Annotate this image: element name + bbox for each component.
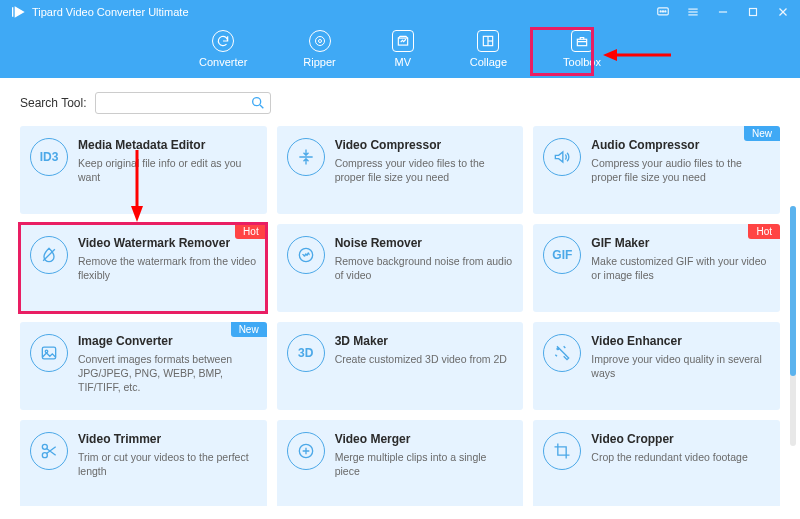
cropper-icon bbox=[543, 432, 581, 470]
badge-new: New bbox=[744, 126, 780, 141]
card-title: Noise Remover bbox=[335, 236, 514, 250]
nav-converter[interactable]: Converter bbox=[199, 30, 247, 68]
card-video-trimmer[interactable]: Video Trimmer Trim or cut your videos to… bbox=[20, 420, 267, 506]
badge-hot: Hot bbox=[748, 224, 780, 239]
card-image-converter[interactable]: New Image Converter Convert images forma… bbox=[20, 322, 267, 410]
nav-label: Collage bbox=[470, 56, 507, 68]
card-video-compressor[interactable]: Video Compressor Compress your video fil… bbox=[277, 126, 524, 214]
card-desc: Create customized 3D video from 2D bbox=[335, 352, 514, 366]
badge-new: New bbox=[231, 322, 267, 337]
search-label: Search Tool: bbox=[20, 96, 87, 110]
nav: Converter Ripper MV Collage Toolbox bbox=[0, 24, 800, 68]
card-desc: Merge multiple clips into a single piece bbox=[335, 450, 514, 478]
watermark-icon bbox=[30, 236, 68, 274]
card-desc: Improve your video quality in several wa… bbox=[591, 352, 770, 380]
badge-hot: Hot bbox=[235, 224, 267, 239]
noise-icon bbox=[287, 236, 325, 274]
card-desc: Compress your video files to the proper … bbox=[335, 156, 514, 184]
card-noise-remover[interactable]: Noise Remover Remove background noise fr… bbox=[277, 224, 524, 312]
minimize-icon[interactable] bbox=[716, 5, 730, 19]
app-logo-icon bbox=[10, 4, 26, 20]
nav-ripper[interactable]: Ripper bbox=[303, 30, 335, 68]
collage-icon bbox=[481, 34, 495, 48]
svg-line-21 bbox=[260, 105, 263, 108]
svg-point-12 bbox=[318, 40, 321, 43]
svg-point-2 bbox=[662, 11, 663, 12]
trimmer-icon bbox=[30, 432, 68, 470]
svg-marker-19 bbox=[603, 49, 617, 61]
three-d-icon: 3D bbox=[287, 334, 325, 372]
body: Search Tool: ID3 Media Metadata Editor K… bbox=[0, 78, 800, 516]
merger-icon bbox=[287, 432, 325, 470]
id3-icon: ID3 bbox=[30, 138, 68, 176]
card-audio-compressor[interactable]: New Audio Compressor Compress your audio… bbox=[533, 126, 780, 214]
card-desc: Remove the watermark from the video flex… bbox=[78, 254, 257, 282]
window-controls bbox=[656, 5, 790, 19]
card-video-enhancer[interactable]: Video Enhancer Improve your video qualit… bbox=[533, 322, 780, 410]
card-video-cropper[interactable]: Video Cropper Crop the redundant video f… bbox=[533, 420, 780, 506]
card-desc: Convert images formats between JPG/JPEG,… bbox=[78, 352, 257, 395]
card-desc: Remove background noise from audio of vi… bbox=[335, 254, 514, 282]
app-title: Tipard Video Converter Ultimate bbox=[32, 6, 656, 18]
nav-mv[interactable]: MV bbox=[392, 30, 414, 68]
annotation-arrow-toolbox bbox=[603, 46, 673, 64]
card-desc: Crop the redundant video footage bbox=[591, 450, 770, 464]
maximize-icon[interactable] bbox=[746, 5, 760, 19]
converter-icon bbox=[216, 34, 230, 48]
card-title: 3D Maker bbox=[335, 334, 514, 348]
svg-point-26 bbox=[557, 348, 559, 350]
card-title: Image Converter bbox=[78, 334, 257, 348]
svg-marker-31 bbox=[131, 206, 143, 222]
card-gif-maker[interactable]: Hot GIF GIF Maker Make customized GIF wi… bbox=[533, 224, 780, 312]
card-title: Video Watermark Remover bbox=[78, 236, 257, 250]
nav-label: MV bbox=[394, 56, 411, 68]
card-title: Video Compressor bbox=[335, 138, 514, 152]
search-box bbox=[95, 92, 271, 114]
search-input[interactable] bbox=[95, 92, 271, 114]
svg-point-20 bbox=[252, 98, 260, 106]
card-title: Video Trimmer bbox=[78, 432, 257, 446]
card-title: Video Merger bbox=[335, 432, 514, 446]
card-title: Audio Compressor bbox=[591, 138, 770, 152]
search-row: Search Tool: bbox=[20, 92, 780, 114]
gif-icon: GIF bbox=[543, 236, 581, 274]
nav-label: Ripper bbox=[303, 56, 335, 68]
audio-compress-icon bbox=[543, 138, 581, 176]
enhancer-icon bbox=[543, 334, 581, 372]
mv-icon bbox=[396, 34, 410, 48]
svg-rect-24 bbox=[42, 347, 55, 359]
card-desc: Keep original file info or edit as you w… bbox=[78, 156, 257, 184]
feedback-icon[interactable] bbox=[656, 5, 670, 19]
scrollbar-thumb[interactable] bbox=[790, 206, 796, 376]
card-watermark-remover[interactable]: Hot Video Watermark Remover Remove the w… bbox=[20, 224, 267, 312]
nav-label: Converter bbox=[199, 56, 247, 68]
annotation-highlight-toolbox bbox=[530, 27, 594, 76]
card-title: Video Cropper bbox=[591, 432, 770, 446]
scrollbar[interactable] bbox=[790, 206, 796, 446]
card-3d-maker[interactable]: 3D 3D Maker Create customized 3D video f… bbox=[277, 322, 524, 410]
titlebar: Tipard Video Converter Ultimate bbox=[0, 0, 800, 24]
card-desc: Trim or cut your videos to the perfect l… bbox=[78, 450, 257, 478]
svg-point-11 bbox=[315, 37, 324, 46]
menu-icon[interactable] bbox=[686, 5, 700, 19]
card-desc: Make customized GIF with your video or i… bbox=[591, 254, 770, 282]
nav-collage[interactable]: Collage bbox=[470, 30, 507, 68]
card-video-merger[interactable]: Video Merger Merge multiple clips into a… bbox=[277, 420, 524, 506]
svg-rect-8 bbox=[750, 9, 757, 16]
card-desc: Compress your audio files to the proper … bbox=[591, 156, 770, 184]
header: Tipard Video Converter Ultimate Converte… bbox=[0, 0, 800, 78]
card-title: Video Enhancer bbox=[591, 334, 770, 348]
compress-icon bbox=[287, 138, 325, 176]
annotation-arrow-watermark bbox=[128, 148, 146, 222]
svg-point-1 bbox=[660, 11, 661, 12]
close-icon[interactable] bbox=[776, 5, 790, 19]
card-title: GIF Maker bbox=[591, 236, 770, 250]
image-icon bbox=[30, 334, 68, 372]
search-icon[interactable] bbox=[250, 95, 266, 111]
svg-point-3 bbox=[665, 11, 666, 12]
ripper-icon bbox=[314, 35, 326, 47]
card-title: Media Metadata Editor bbox=[78, 138, 257, 152]
